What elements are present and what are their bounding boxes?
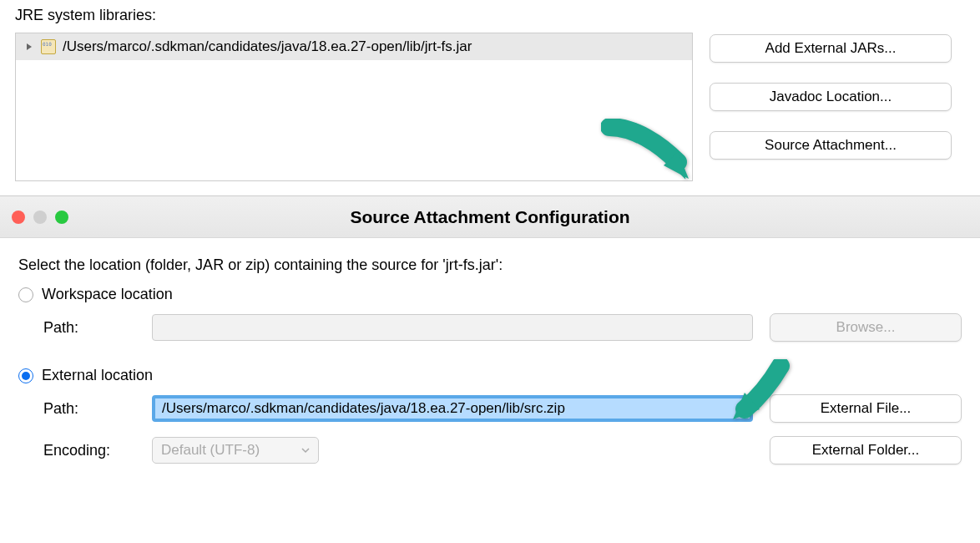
workspace-location-label: Workspace location: [42, 286, 173, 303]
javadoc-location-button[interactable]: Javadoc Location...: [710, 83, 952, 111]
workspace-location-radio-row[interactable]: Workspace location: [18, 286, 962, 303]
arrow-annotation-icon: [726, 359, 801, 433]
minimize-icon: [33, 211, 47, 224]
source-attachment-button[interactable]: Source Attachment...: [710, 131, 952, 160]
encoding-value: Default (UTF-8): [161, 442, 260, 459]
chevron-right-icon[interactable]: [24, 42, 34, 52]
external-path-label: Path:: [43, 400, 152, 418]
tree-item-label: /Users/marco/.sdkman/candidates/java/18.…: [63, 38, 472, 55]
external-location-label: External location: [42, 367, 153, 384]
close-icon[interactable]: [12, 211, 25, 224]
jre-libraries-label: JRE system libraries:: [15, 7, 965, 24]
add-external-jars-button[interactable]: Add External JARs...: [710, 34, 952, 63]
external-folder-button[interactable]: External Folder...: [770, 436, 962, 464]
tree-row-jrt-fs[interactable]: /Users/marco/.sdkman/candidates/java/18.…: [16, 33, 692, 60]
browse-button: Browse...: [770, 313, 962, 342]
arrow-annotation-icon: [601, 119, 710, 192]
source-attachment-dialog: Source Attachment Configuration Select t…: [0, 195, 980, 543]
encoding-label: Encoding:: [43, 442, 152, 459]
workspace-location-radio[interactable]: [18, 287, 33, 302]
encoding-select[interactable]: Default (UTF-8): [152, 437, 319, 464]
workspace-path-input: [152, 314, 753, 341]
chevron-down-icon: [301, 442, 310, 459]
dialog-instruction: Select the location (folder, JAR or zip)…: [18, 256, 962, 274]
jre-tree-panel[interactable]: /Users/marco/.sdkman/candidates/java/18.…: [15, 33, 693, 181]
dialog-title: Source Attachment Configuration: [12, 207, 968, 227]
external-location-radio[interactable]: [18, 368, 33, 383]
external-path-input[interactable]: [152, 395, 753, 422]
jar-icon: [41, 39, 56, 54]
external-location-radio-row[interactable]: External location: [18, 367, 962, 384]
workspace-path-label: Path:: [43, 319, 152, 337]
dialog-titlebar[interactable]: Source Attachment Configuration: [0, 196, 980, 238]
maximize-icon[interactable]: [55, 211, 68, 224]
